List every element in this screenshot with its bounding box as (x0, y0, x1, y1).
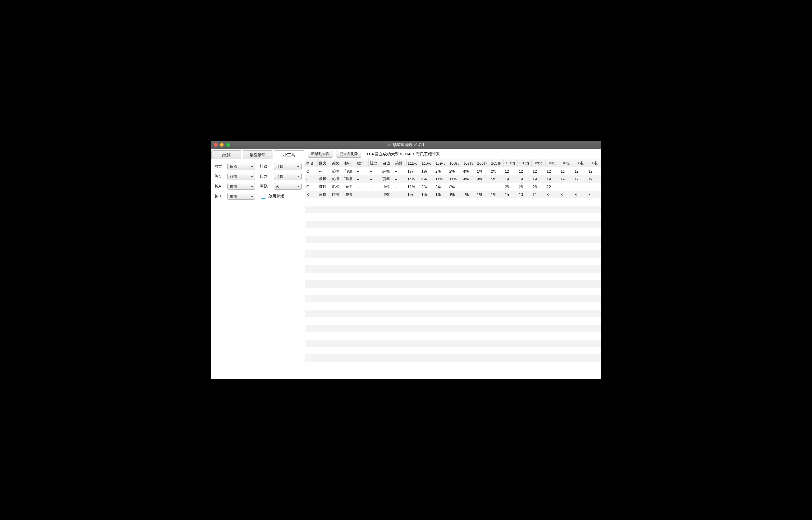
table-cell: X (305, 191, 318, 199)
table-cell: 1% (476, 191, 490, 199)
tab-favorites[interactable]: 最愛清單 (243, 151, 273, 159)
table-cell (448, 206, 462, 213)
table-cell (406, 325, 420, 332)
column-header[interactable]: 數A (343, 159, 356, 167)
table-cell: O (305, 175, 318, 183)
table-cell (476, 243, 490, 251)
table-cell (518, 280, 532, 288)
table-cell (476, 183, 490, 191)
titlebar[interactable]: 繁星望遠鏡 v1.2.1 (211, 141, 601, 149)
table-cell (573, 243, 587, 251)
column-header[interactable]: 106招 (573, 159, 587, 167)
table-cell (394, 221, 406, 228)
table-cell (559, 199, 573, 206)
column-header[interactable]: 英聽 (394, 159, 406, 167)
column-header[interactable]: 105% (490, 159, 504, 167)
table-scroll[interactable]: 符合國文英文數A數B社會自然英聽111%110%109%108%107%106%… (305, 159, 601, 379)
table-cell: 11% (434, 175, 448, 183)
close-icon[interactable] (214, 143, 218, 147)
table-cell (343, 265, 356, 273)
table-cell (532, 265, 546, 273)
table-cell: -- (356, 167, 369, 176)
zoom-icon[interactable] (226, 143, 230, 147)
select-social[interactable]: 頂標 (274, 163, 302, 170)
table-cell (356, 317, 369, 325)
table-row[interactable]: O前標前標頂標----頂標--14%4%11%11%4%4%5%19191919… (305, 175, 601, 183)
column-header[interactable]: 自然 (381, 159, 394, 167)
label-listening: 英聽 (260, 184, 270, 189)
table-cell (368, 355, 381, 362)
table-cell (504, 355, 518, 362)
table-cell (394, 273, 406, 280)
table-cell (330, 243, 343, 251)
column-header[interactable]: 111% (406, 159, 420, 167)
table-cell: 前標 (330, 183, 343, 191)
column-header[interactable]: 英文 (330, 159, 343, 167)
table-row[interactable]: O前標前標頂標----頂標--11%3%3%8%26262622 (305, 183, 601, 191)
table-cell (434, 251, 448, 258)
table-cell (546, 199, 560, 206)
column-header[interactable]: 符合 (305, 159, 318, 167)
table-cell: 頂標 (381, 191, 394, 199)
table-cell: -- (356, 183, 369, 191)
checkbox-enable-filter[interactable] (261, 194, 266, 199)
table-cell (434, 340, 448, 347)
table-cell (448, 280, 462, 288)
table-cell (462, 332, 476, 340)
table-cell: 12 (546, 167, 560, 176)
table-cell (356, 199, 369, 206)
table-row-empty (305, 355, 601, 362)
table-cell (318, 273, 330, 280)
select-nature[interactable]: 頂標 (274, 173, 302, 180)
table-cell (305, 332, 318, 340)
table-cell (420, 340, 434, 347)
table-cell (420, 265, 434, 273)
select-chinese[interactable]: 頂標 (227, 163, 255, 170)
column-header[interactable]: 106% (476, 159, 490, 167)
column-header[interactable]: 111招 (504, 159, 518, 167)
table-cell (406, 288, 420, 295)
table-cell (462, 251, 476, 258)
table-cell (318, 206, 330, 213)
table-cell (406, 273, 420, 280)
table-cell (318, 303, 330, 310)
table-row[interactable]: O--前標前標----前標--1%1%2%2%4%1%2%12121212121… (305, 167, 601, 176)
column-header[interactable]: 105招 (587, 159, 601, 167)
table-cell (448, 236, 462, 243)
add-favorite-button[interactable]: 新增到最愛 (307, 151, 333, 158)
table-cell (490, 251, 504, 258)
column-header[interactable]: 110招 (518, 159, 532, 167)
table-cell (559, 236, 573, 243)
table-cell (587, 288, 601, 295)
column-header[interactable]: 110% (420, 159, 434, 167)
table-cell: -- (368, 191, 381, 199)
select-listening[interactable]: A (274, 183, 302, 190)
minimize-icon[interactable] (220, 143, 224, 147)
tab-overview[interactable]: 總覽 (211, 151, 241, 159)
select-math-b[interactable]: 頂標 (227, 193, 255, 200)
table-cell (406, 310, 420, 317)
column-header[interactable]: 社會 (368, 159, 381, 167)
table-cell (318, 221, 330, 228)
table-row[interactable]: X前標頂標頂標----頂標--1%1%1%1%1%1%1%1510118888 (305, 191, 601, 199)
select-math-a[interactable]: 頂標 (227, 183, 255, 190)
remove-favorite-button[interactable]: 從最愛刪除 (336, 151, 361, 158)
column-header[interactable]: 數B (356, 159, 369, 167)
column-header[interactable]: 107% (462, 159, 476, 167)
table-cell (434, 273, 448, 280)
table-cell: 頂標 (381, 183, 394, 191)
tab-tools[interactable]: 小工具 (274, 151, 304, 159)
select-english[interactable]: 前標 (227, 173, 255, 180)
column-header[interactable]: 國文 (318, 159, 330, 167)
table-cell (434, 243, 448, 251)
table-row-empty (305, 332, 601, 340)
table-cell (368, 221, 381, 228)
column-header[interactable]: 108招 (546, 159, 560, 167)
column-header[interactable]: 109招 (532, 159, 546, 167)
table-cell (434, 280, 448, 288)
table-cell (546, 295, 560, 303)
column-header[interactable]: 108% (448, 159, 462, 167)
column-header[interactable]: 107招 (559, 159, 573, 167)
column-header[interactable]: 109% (434, 159, 448, 167)
table-cell: 前標 (343, 167, 356, 176)
